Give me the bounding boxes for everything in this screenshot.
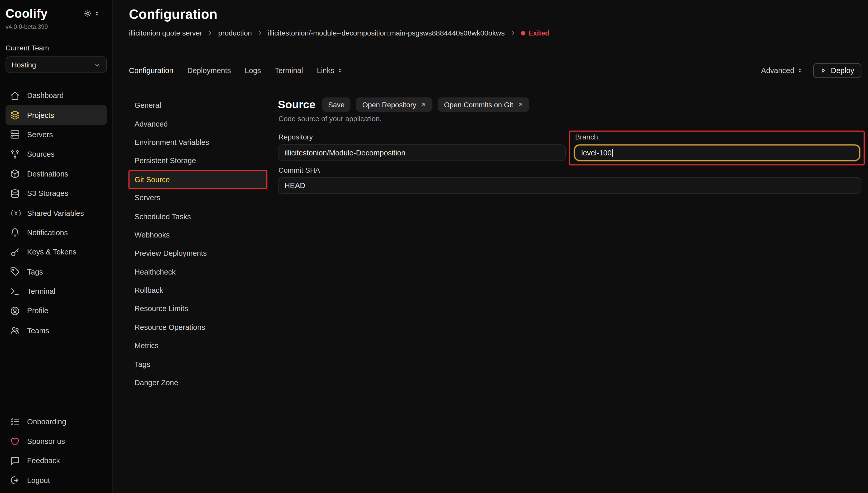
subnav-item-scheduled-tasks[interactable]: Scheduled Tasks [129,207,267,226]
subnav-item-advanced[interactable]: Advanced [129,115,267,133]
subnav-item-git-source[interactable]: Git Source [129,170,267,189]
subnav-item-danger-zone[interactable]: Danger Zone [129,373,267,392]
sidebar-item-logout[interactable]: Logout [6,471,107,490]
brand-row: Coolify [6,7,107,21]
sidebar-item-terminal[interactable]: Terminal [6,281,107,301]
subnav-item-resource-limits[interactable]: Resource Limits [129,300,267,318]
text-cursor [612,148,613,157]
sidebar-item-onboarding[interactable]: Onboarding [6,412,107,431]
tab-links[interactable]: Links [317,66,343,74]
subnav-item-metrics[interactable]: Metrics [129,337,267,355]
settings-subnav: General Advanced Environment Variables P… [129,96,267,392]
sidebar-item-keys-tokens[interactable]: Keys & Tokens [6,242,107,262]
arrow-up-right-icon [420,102,426,108]
tag-icon [10,267,20,277]
sidebar-item-label: Dashboard [27,91,64,100]
status-dot [521,30,525,35]
tab-bar-right: Advanced Deploy [761,63,861,78]
sidebar-item-dashboard[interactable]: Dashboard [6,86,107,105]
subnav-item-environment-variables[interactable]: Environment Variables [129,133,267,152]
user-circle-icon [10,306,20,316]
sidebar-item-sources[interactable]: Sources [6,145,107,164]
sidebar-item-label: Terminal [27,287,55,295]
sidebar-item-feedback[interactable]: Feedback [6,451,107,471]
message-icon [10,456,20,466]
repository-input[interactable]: illicitestonion/Module-Decomposition [278,144,566,161]
subnav-item-persistent-storage[interactable]: Persistent Storage [129,152,267,170]
sidebar-item-sponsor[interactable]: Sponsor us [6,431,107,451]
sidebar-item-label: Sponsor us [27,437,65,445]
chevron-right-icon [510,30,516,36]
tab-deployments[interactable]: Deployments [187,66,231,74]
chevron-right-icon [207,30,213,36]
tab-configuration[interactable]: Configuration [129,66,173,74]
subnav-item-servers[interactable]: Servers [129,189,267,207]
commit-sha-label: Commit SHA [278,166,320,174]
open-repository-button[interactable]: Open Repository [356,97,432,112]
sun-icon [84,10,91,17]
subnav-item-preview-deployments[interactable]: Preview Deployments [129,244,267,263]
team-select[interactable]: Hosting [6,56,107,73]
tab-logs[interactable]: Logs [245,66,261,74]
theme-switcher[interactable] [84,10,100,17]
sidebar-item-label: Sources [27,150,55,158]
commit-sha-input[interactable]: HEAD [278,177,862,194]
team-select-value: Hosting [12,61,36,69]
sidebar-item-tags[interactable]: Tags [6,262,107,281]
sidebar-item-notifications[interactable]: Notifications [6,223,107,242]
sidebar-item-projects[interactable]: Projects [6,105,107,125]
status-badge: Exited [521,29,549,37]
page-title: Configuration [129,7,217,22]
sidebar-item-servers[interactable]: Servers [6,125,107,145]
repository-label: Repository [278,133,313,141]
layers-icon [10,110,20,120]
branch-label: Branch [575,133,598,141]
breadcrumb-project[interactable]: illicitonion quote server [129,29,202,37]
subnav-item-webhooks[interactable]: Webhooks [129,226,267,244]
server-icon [10,130,20,140]
users-icon [10,325,20,336]
branch-input[interactable]: level-100 [574,144,860,161]
save-button[interactable]: Save [322,97,351,112]
sidebar-item-label: S3 Storages [27,189,68,198]
subnav-item-rollback[interactable]: Rollback [129,281,267,300]
current-team-label: Current Team [6,44,107,52]
source-description: Code source of your application. [278,114,382,123]
advanced-label: Advanced [761,66,795,74]
key-icon [10,247,20,257]
breadcrumb-application[interactable]: illicitestonion/-module--decomposition:m… [268,29,505,37]
subnav-item-general[interactable]: General [129,96,267,115]
advanced-dropdown[interactable]: Advanced [761,66,803,74]
sidebar-nav: Dashboard Projects Servers Sources Desti… [6,86,107,340]
subnav-item-healthcheck[interactable]: Healthcheck [129,262,267,281]
arrow-up-right-icon [517,102,523,108]
open-repository-label: Open Repository [362,100,416,109]
chevron-down-icon [93,61,101,68]
heart-icon [10,436,20,446]
main-area: Configuration illicitonion quote server … [113,0,868,493]
branch-input-value: level-100 [581,148,612,157]
sidebar-item-label: Logout [27,476,50,485]
sidebar-item-destinations[interactable]: Destinations [6,164,107,184]
sidebar-item-label: Projects [27,111,54,119]
app-logo: Coolify [6,7,48,21]
open-commits-button[interactable]: Open Commits on Git [438,97,529,112]
subnav-item-resource-operations[interactable]: Resource Operations [129,318,267,337]
sidebar-item-shared-variables[interactable]: (x) Shared Variables [6,203,107,223]
sidebar-item-label: Onboarding [27,417,66,426]
git-fork-icon [10,149,20,159]
bell-icon [10,228,20,238]
sidebar-item-profile[interactable]: Profile [6,301,107,321]
breadcrumb-environment[interactable]: production [218,29,252,37]
play-icon [820,67,827,73]
chevrons-up-down-icon [797,67,803,73]
tab-terminal[interactable]: Terminal [275,66,303,74]
chevrons-up-down-icon [337,67,343,73]
logout-icon [10,475,20,486]
deploy-button[interactable]: Deploy [813,63,861,78]
subnav-item-tags[interactable]: Tags [129,355,267,373]
sidebar-item-label: Profile [27,307,48,315]
sidebar-item-teams[interactable]: Teams [6,321,107,340]
sidebar-item-s3-storages[interactable]: S3 Storages [6,184,107,203]
chevrons-up-down-icon [94,10,100,17]
